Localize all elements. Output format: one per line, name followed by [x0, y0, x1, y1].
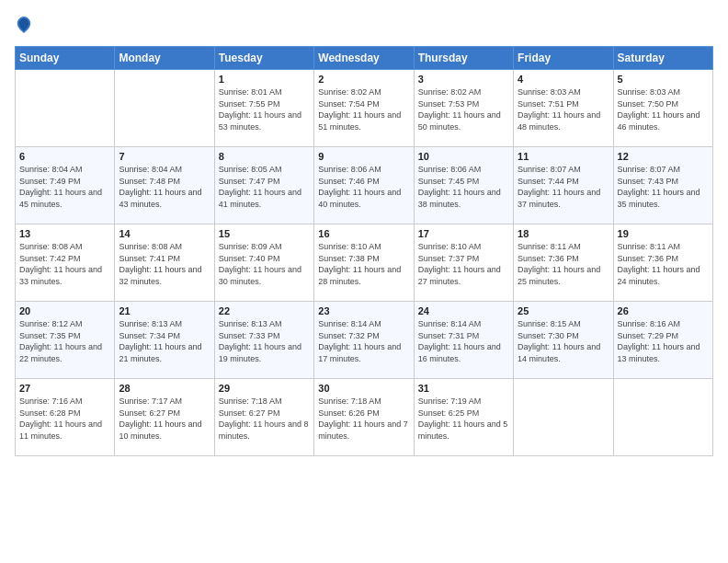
calendar-body: 1Sunrise: 8:01 AM Sunset: 7:55 PM Daylig… [16, 70, 713, 456]
calendar-cell: 19Sunrise: 8:11 AM Sunset: 7:36 PM Dayli… [613, 224, 712, 302]
cell-content: Sunrise: 8:10 AM Sunset: 7:37 PM Dayligh… [418, 241, 509, 287]
cell-content: Sunrise: 8:08 AM Sunset: 7:42 PM Dayligh… [19, 241, 110, 287]
cell-content: Sunrise: 8:03 AM Sunset: 7:51 PM Dayligh… [518, 86, 609, 132]
cell-content: Sunrise: 8:13 AM Sunset: 7:34 PM Dayligh… [119, 318, 210, 364]
cell-content: Sunrise: 8:06 AM Sunset: 7:45 PM Dayligh… [418, 164, 509, 210]
cell-content: Sunrise: 7:18 AM Sunset: 6:27 PM Dayligh… [219, 396, 310, 442]
cell-content: Sunrise: 7:18 AM Sunset: 6:26 PM Dayligh… [318, 396, 409, 442]
column-header-monday: Monday [115, 47, 214, 70]
day-number: 7 [119, 151, 210, 162]
calendar-cell: 9Sunrise: 8:06 AM Sunset: 7:46 PM Daylig… [314, 147, 414, 224]
day-number: 14 [119, 228, 210, 239]
week-row-4: 20Sunrise: 8:12 AM Sunset: 7:35 PM Dayli… [16, 302, 713, 379]
column-header-thursday: Thursday [414, 47, 513, 70]
cell-content: Sunrise: 8:02 AM Sunset: 7:54 PM Dayligh… [318, 86, 409, 132]
week-row-5: 27Sunrise: 7:16 AM Sunset: 6:28 PM Dayli… [16, 379, 713, 456]
day-number: 30 [318, 383, 409, 394]
day-number: 21 [119, 305, 210, 316]
cell-content: Sunrise: 8:12 AM Sunset: 7:35 PM Dayligh… [19, 318, 110, 364]
calendar-cell: 1Sunrise: 8:01 AM Sunset: 7:55 PM Daylig… [214, 70, 313, 147]
day-number: 31 [418, 383, 509, 394]
calendar-cell [514, 379, 613, 456]
cell-content: Sunrise: 8:03 AM Sunset: 7:50 PM Dayligh… [618, 86, 709, 132]
calendar-cell: 18Sunrise: 8:11 AM Sunset: 7:36 PM Dayli… [514, 224, 613, 302]
calendar-cell: 6Sunrise: 8:04 AM Sunset: 7:49 PM Daylig… [16, 147, 115, 224]
cell-content: Sunrise: 8:11 AM Sunset: 7:36 PM Dayligh… [518, 241, 609, 287]
cell-content: Sunrise: 7:16 AM Sunset: 6:28 PM Dayligh… [19, 396, 110, 442]
calendar-cell: 13Sunrise: 8:08 AM Sunset: 7:42 PM Dayli… [16, 224, 115, 302]
calendar-cell: 28Sunrise: 7:17 AM Sunset: 6:27 PM Dayli… [115, 379, 214, 456]
day-number: 28 [119, 383, 210, 394]
logo-icon [16, 15, 32, 35]
column-header-tuesday: Tuesday [214, 47, 313, 70]
day-number: 18 [518, 228, 609, 239]
day-number: 29 [219, 383, 310, 394]
calendar-cell: 17Sunrise: 8:10 AM Sunset: 7:37 PM Dayli… [414, 224, 513, 302]
cell-content: Sunrise: 7:17 AM Sunset: 6:27 PM Dayligh… [119, 396, 210, 442]
calendar-cell: 21Sunrise: 8:13 AM Sunset: 7:34 PM Dayli… [115, 302, 214, 379]
day-number: 8 [219, 151, 310, 162]
calendar-table: SundayMondayTuesdayWednesdayThursdayFrid… [15, 46, 713, 456]
calendar-cell: 15Sunrise: 8:09 AM Sunset: 7:40 PM Dayli… [214, 224, 313, 302]
column-header-friday: Friday [514, 47, 613, 70]
day-number: 20 [19, 305, 110, 316]
calendar-cell: 24Sunrise: 8:14 AM Sunset: 7:31 PM Dayli… [414, 302, 513, 379]
calendar-cell: 16Sunrise: 8:10 AM Sunset: 7:38 PM Dayli… [314, 224, 414, 302]
cell-content: Sunrise: 8:01 AM Sunset: 7:55 PM Dayligh… [219, 86, 310, 132]
logo [15, 15, 34, 39]
day-number: 9 [318, 151, 409, 162]
calendar-cell: 14Sunrise: 8:08 AM Sunset: 7:41 PM Dayli… [115, 224, 214, 302]
day-number: 25 [518, 305, 609, 316]
day-number: 5 [618, 74, 709, 85]
cell-content: Sunrise: 8:07 AM Sunset: 7:43 PM Dayligh… [618, 164, 709, 210]
calendar-cell: 22Sunrise: 8:13 AM Sunset: 7:33 PM Dayli… [214, 302, 313, 379]
calendar-cell: 20Sunrise: 8:12 AM Sunset: 7:35 PM Dayli… [16, 302, 115, 379]
calendar-cell: 5Sunrise: 8:03 AM Sunset: 7:50 PM Daylig… [613, 70, 712, 147]
day-number: 24 [418, 305, 509, 316]
cell-content: Sunrise: 8:07 AM Sunset: 7:44 PM Dayligh… [518, 164, 609, 210]
calendar-cell: 12Sunrise: 8:07 AM Sunset: 7:43 PM Dayli… [613, 147, 712, 224]
calendar-cell: 10Sunrise: 8:06 AM Sunset: 7:45 PM Dayli… [414, 147, 513, 224]
cell-content: Sunrise: 8:14 AM Sunset: 7:32 PM Dayligh… [318, 318, 409, 364]
cell-content: Sunrise: 8:09 AM Sunset: 7:40 PM Dayligh… [219, 241, 310, 287]
column-header-sunday: Sunday [16, 47, 115, 70]
day-number: 11 [518, 151, 609, 162]
week-row-1: 1Sunrise: 8:01 AM Sunset: 7:55 PM Daylig… [16, 70, 713, 147]
day-number: 27 [19, 383, 110, 394]
day-number: 26 [618, 305, 709, 316]
week-row-2: 6Sunrise: 8:04 AM Sunset: 7:49 PM Daylig… [16, 147, 713, 224]
cell-content: Sunrise: 7:19 AM Sunset: 6:25 PM Dayligh… [418, 396, 509, 442]
calendar-cell: 25Sunrise: 8:15 AM Sunset: 7:30 PM Dayli… [514, 302, 613, 379]
day-number: 3 [418, 74, 509, 85]
day-number: 15 [219, 228, 310, 239]
calendar-cell [16, 70, 115, 147]
cell-content: Sunrise: 8:05 AM Sunset: 7:47 PM Dayligh… [219, 164, 310, 210]
day-number: 12 [618, 151, 709, 162]
cell-content: Sunrise: 8:02 AM Sunset: 7:53 PM Dayligh… [418, 86, 509, 132]
calendar-cell: 8Sunrise: 8:05 AM Sunset: 7:47 PM Daylig… [214, 147, 313, 224]
day-number: 19 [618, 228, 709, 239]
calendar-cell: 4Sunrise: 8:03 AM Sunset: 7:51 PM Daylig… [514, 70, 613, 147]
calendar-cell [115, 70, 214, 147]
cell-content: Sunrise: 8:04 AM Sunset: 7:48 PM Dayligh… [119, 164, 210, 210]
cell-content: Sunrise: 8:15 AM Sunset: 7:30 PM Dayligh… [518, 318, 609, 364]
column-header-wednesday: Wednesday [314, 47, 414, 70]
week-row-3: 13Sunrise: 8:08 AM Sunset: 7:42 PM Dayli… [16, 224, 713, 302]
cell-content: Sunrise: 8:11 AM Sunset: 7:36 PM Dayligh… [618, 241, 709, 287]
calendar-cell: 3Sunrise: 8:02 AM Sunset: 7:53 PM Daylig… [414, 70, 513, 147]
cell-content: Sunrise: 8:16 AM Sunset: 7:29 PM Dayligh… [618, 318, 709, 364]
cell-content: Sunrise: 8:06 AM Sunset: 7:46 PM Dayligh… [318, 164, 409, 210]
day-number: 17 [418, 228, 509, 239]
calendar-cell: 27Sunrise: 7:16 AM Sunset: 6:28 PM Dayli… [16, 379, 115, 456]
column-header-saturday: Saturday [613, 47, 712, 70]
calendar-cell: 30Sunrise: 7:18 AM Sunset: 6:26 PM Dayli… [314, 379, 414, 456]
day-number: 1 [219, 74, 310, 85]
calendar-cell: 29Sunrise: 7:18 AM Sunset: 6:27 PM Dayli… [214, 379, 313, 456]
day-number: 23 [318, 305, 409, 316]
day-number: 6 [19, 151, 110, 162]
calendar-cell: 11Sunrise: 8:07 AM Sunset: 7:44 PM Dayli… [514, 147, 613, 224]
header-row: SundayMondayTuesdayWednesdayThursdayFrid… [16, 47, 713, 70]
day-number: 13 [19, 228, 110, 239]
day-number: 16 [318, 228, 409, 239]
calendar-cell: 26Sunrise: 8:16 AM Sunset: 7:29 PM Dayli… [613, 302, 712, 379]
